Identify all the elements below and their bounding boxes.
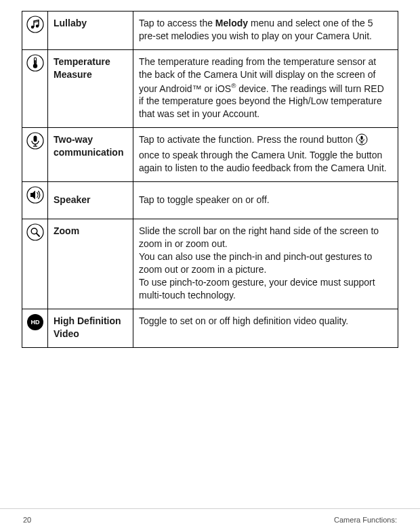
feature-description: The temperature reading from the tempera… — [133, 49, 398, 127]
magnifier-icon — [26, 232, 44, 243]
feature-label: Temperature Measure — [54, 56, 110, 80]
table-row: Zoom Slide the scroll bar on the right h… — [22, 219, 398, 309]
footer-section: Camera Functions: — [334, 516, 397, 524]
feature-description: Tap to activate the function. Press the … — [133, 127, 398, 181]
feature-label: Lullaby — [54, 18, 87, 28]
music-note-icon — [26, 24, 44, 35]
feature-label: High Definition Video — [54, 315, 121, 339]
page-number: 20 — [23, 516, 31, 524]
feature-label: Two-way communication — [54, 134, 123, 158]
table-row: Lullaby Tap to access the Melody menu an… — [22, 12, 398, 50]
table-row: Speaker Tap to toggle speaker on or off. — [22, 181, 398, 219]
thermometer-icon — [26, 63, 44, 74]
feature-description: Toggle to set on or off high definition … — [133, 309, 398, 347]
table-row: Two-way communication Tap to activate th… — [22, 127, 398, 181]
hd-icon — [26, 322, 44, 333]
feature-description: Tap to toggle speaker on or off. — [133, 181, 398, 219]
table-row: Temperature Measure The temperature read… — [22, 49, 398, 127]
page-footer: 20 Camera Functions: — [0, 508, 420, 532]
speaker-icon — [26, 195, 44, 206]
feature-description: Tap to access the Melody menu and select… — [133, 12, 398, 50]
microphone-icon — [26, 141, 44, 152]
microphone-button-icon — [356, 133, 368, 149]
feature-label: Zoom — [54, 225, 79, 236]
features-table: Lullaby Tap to access the Melody menu an… — [22, 11, 398, 348]
feature-description: Slide the scroll bar on the right hand s… — [133, 219, 398, 309]
feature-label: Speaker — [54, 194, 90, 205]
table-row: High Definition Video Toggle to set on o… — [22, 309, 398, 347]
